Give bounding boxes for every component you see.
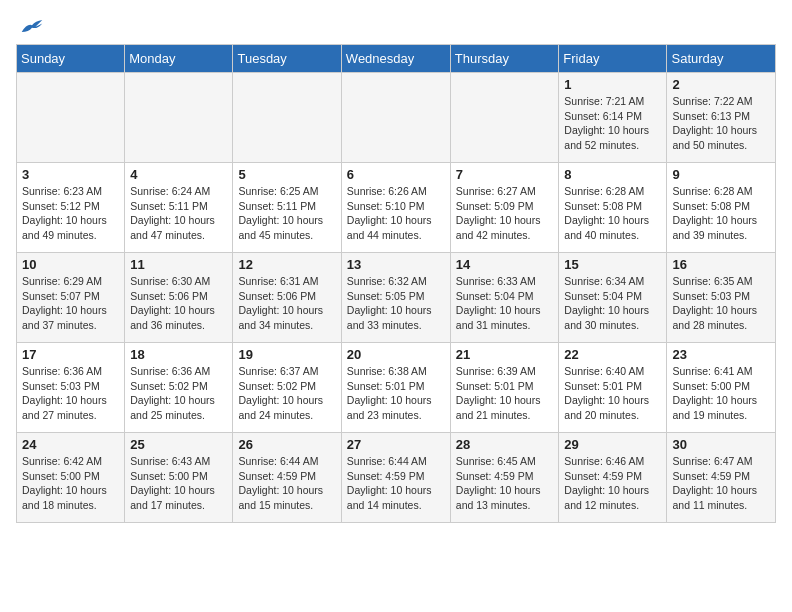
- calendar-cell: 12 Sunrise: 6:31 AMSunset: 5:06 PMDaylig…: [233, 253, 341, 343]
- calendar-cell: [17, 73, 125, 163]
- calendar-cell: 6 Sunrise: 6:26 AMSunset: 5:10 PMDayligh…: [341, 163, 450, 253]
- calendar-cell: 24 Sunrise: 6:42 AMSunset: 5:00 PMDaylig…: [17, 433, 125, 523]
- day-number: 1: [564, 77, 661, 92]
- day-info: Sunrise: 6:26 AMSunset: 5:10 PMDaylight:…: [347, 184, 445, 243]
- day-number: 10: [22, 257, 119, 272]
- calendar-cell: 25 Sunrise: 6:43 AMSunset: 5:00 PMDaylig…: [125, 433, 233, 523]
- day-info: Sunrise: 6:42 AMSunset: 5:00 PMDaylight:…: [22, 454, 119, 513]
- day-number: 9: [672, 167, 770, 182]
- calendar-cell: 3 Sunrise: 6:23 AMSunset: 5:12 PMDayligh…: [17, 163, 125, 253]
- calendar-cell: 9 Sunrise: 6:28 AMSunset: 5:08 PMDayligh…: [667, 163, 776, 253]
- calendar-cell: 4 Sunrise: 6:24 AMSunset: 5:11 PMDayligh…: [125, 163, 233, 253]
- day-info: Sunrise: 6:28 AMSunset: 5:08 PMDaylight:…: [672, 184, 770, 243]
- day-info: Sunrise: 6:28 AMSunset: 5:08 PMDaylight:…: [564, 184, 661, 243]
- day-number: 4: [130, 167, 227, 182]
- calendar-cell: 14 Sunrise: 6:33 AMSunset: 5:04 PMDaylig…: [450, 253, 559, 343]
- calendar-cell: 17 Sunrise: 6:36 AMSunset: 5:03 PMDaylig…: [17, 343, 125, 433]
- calendar-cell: 19 Sunrise: 6:37 AMSunset: 5:02 PMDaylig…: [233, 343, 341, 433]
- day-number: 6: [347, 167, 445, 182]
- day-number: 29: [564, 437, 661, 452]
- day-number: 14: [456, 257, 554, 272]
- calendar-cell: 28 Sunrise: 6:45 AMSunset: 4:59 PMDaylig…: [450, 433, 559, 523]
- calendar-week-row: 17 Sunrise: 6:36 AMSunset: 5:03 PMDaylig…: [17, 343, 776, 433]
- calendar-cell: [233, 73, 341, 163]
- day-info: Sunrise: 6:25 AMSunset: 5:11 PMDaylight:…: [238, 184, 335, 243]
- day-info: Sunrise: 6:38 AMSunset: 5:01 PMDaylight:…: [347, 364, 445, 423]
- day-number: 22: [564, 347, 661, 362]
- calendar-week-row: 3 Sunrise: 6:23 AMSunset: 5:12 PMDayligh…: [17, 163, 776, 253]
- weekday-header-wednesday: Wednesday: [341, 45, 450, 73]
- calendar-cell: [341, 73, 450, 163]
- day-info: Sunrise: 6:41 AMSunset: 5:00 PMDaylight:…: [672, 364, 770, 423]
- day-number: 28: [456, 437, 554, 452]
- day-info: Sunrise: 6:23 AMSunset: 5:12 PMDaylight:…: [22, 184, 119, 243]
- day-info: Sunrise: 6:40 AMSunset: 5:01 PMDaylight:…: [564, 364, 661, 423]
- day-number: 3: [22, 167, 119, 182]
- day-number: 16: [672, 257, 770, 272]
- day-number: 8: [564, 167, 661, 182]
- day-number: 7: [456, 167, 554, 182]
- day-number: 13: [347, 257, 445, 272]
- day-number: 30: [672, 437, 770, 452]
- weekday-header-thursday: Thursday: [450, 45, 559, 73]
- calendar-cell: 1 Sunrise: 7:21 AMSunset: 6:14 PMDayligh…: [559, 73, 667, 163]
- calendar-cell: 22 Sunrise: 6:40 AMSunset: 5:01 PMDaylig…: [559, 343, 667, 433]
- calendar-cell: 30 Sunrise: 6:47 AMSunset: 4:59 PMDaylig…: [667, 433, 776, 523]
- logo: [16, 16, 44, 36]
- day-info: Sunrise: 7:21 AMSunset: 6:14 PMDaylight:…: [564, 94, 661, 153]
- day-info: Sunrise: 6:32 AMSunset: 5:05 PMDaylight:…: [347, 274, 445, 333]
- day-info: Sunrise: 6:29 AMSunset: 5:07 PMDaylight:…: [22, 274, 119, 333]
- day-info: Sunrise: 6:30 AMSunset: 5:06 PMDaylight:…: [130, 274, 227, 333]
- day-info: Sunrise: 6:46 AMSunset: 4:59 PMDaylight:…: [564, 454, 661, 513]
- day-info: Sunrise: 6:33 AMSunset: 5:04 PMDaylight:…: [456, 274, 554, 333]
- calendar-cell: 2 Sunrise: 7:22 AMSunset: 6:13 PMDayligh…: [667, 73, 776, 163]
- day-info: Sunrise: 6:43 AMSunset: 5:00 PMDaylight:…: [130, 454, 227, 513]
- day-number: 11: [130, 257, 227, 272]
- day-info: Sunrise: 6:44 AMSunset: 4:59 PMDaylight:…: [238, 454, 335, 513]
- calendar-cell: 13 Sunrise: 6:32 AMSunset: 5:05 PMDaylig…: [341, 253, 450, 343]
- day-info: Sunrise: 6:37 AMSunset: 5:02 PMDaylight:…: [238, 364, 335, 423]
- calendar-table: SundayMondayTuesdayWednesdayThursdayFrid…: [16, 44, 776, 523]
- day-info: Sunrise: 6:24 AMSunset: 5:11 PMDaylight:…: [130, 184, 227, 243]
- calendar-cell: 10 Sunrise: 6:29 AMSunset: 5:07 PMDaylig…: [17, 253, 125, 343]
- calendar-cell: 20 Sunrise: 6:38 AMSunset: 5:01 PMDaylig…: [341, 343, 450, 433]
- day-number: 15: [564, 257, 661, 272]
- day-number: 19: [238, 347, 335, 362]
- logo-bird-icon: [20, 16, 44, 36]
- calendar-cell: 23 Sunrise: 6:41 AMSunset: 5:00 PMDaylig…: [667, 343, 776, 433]
- day-number: 12: [238, 257, 335, 272]
- day-info: Sunrise: 6:35 AMSunset: 5:03 PMDaylight:…: [672, 274, 770, 333]
- day-number: 20: [347, 347, 445, 362]
- weekday-header-row: SundayMondayTuesdayWednesdayThursdayFrid…: [17, 45, 776, 73]
- calendar-cell: 18 Sunrise: 6:36 AMSunset: 5:02 PMDaylig…: [125, 343, 233, 433]
- calendar-cell: [125, 73, 233, 163]
- calendar-cell: 8 Sunrise: 6:28 AMSunset: 5:08 PMDayligh…: [559, 163, 667, 253]
- calendar-cell: 5 Sunrise: 6:25 AMSunset: 5:11 PMDayligh…: [233, 163, 341, 253]
- day-number: 17: [22, 347, 119, 362]
- calendar-cell: 16 Sunrise: 6:35 AMSunset: 5:03 PMDaylig…: [667, 253, 776, 343]
- weekday-header-friday: Friday: [559, 45, 667, 73]
- day-info: Sunrise: 6:44 AMSunset: 4:59 PMDaylight:…: [347, 454, 445, 513]
- day-info: Sunrise: 6:39 AMSunset: 5:01 PMDaylight:…: [456, 364, 554, 423]
- day-info: Sunrise: 7:22 AMSunset: 6:13 PMDaylight:…: [672, 94, 770, 153]
- calendar-week-row: 1 Sunrise: 7:21 AMSunset: 6:14 PMDayligh…: [17, 73, 776, 163]
- day-number: 18: [130, 347, 227, 362]
- day-number: 2: [672, 77, 770, 92]
- day-number: 25: [130, 437, 227, 452]
- weekday-header-tuesday: Tuesday: [233, 45, 341, 73]
- day-number: 24: [22, 437, 119, 452]
- calendar-cell: 26 Sunrise: 6:44 AMSunset: 4:59 PMDaylig…: [233, 433, 341, 523]
- calendar-week-row: 10 Sunrise: 6:29 AMSunset: 5:07 PMDaylig…: [17, 253, 776, 343]
- day-number: 26: [238, 437, 335, 452]
- weekday-header-saturday: Saturday: [667, 45, 776, 73]
- calendar-cell: 15 Sunrise: 6:34 AMSunset: 5:04 PMDaylig…: [559, 253, 667, 343]
- calendar-week-row: 24 Sunrise: 6:42 AMSunset: 5:00 PMDaylig…: [17, 433, 776, 523]
- calendar-cell: 7 Sunrise: 6:27 AMSunset: 5:09 PMDayligh…: [450, 163, 559, 253]
- calendar-cell: 29 Sunrise: 6:46 AMSunset: 4:59 PMDaylig…: [559, 433, 667, 523]
- day-info: Sunrise: 6:34 AMSunset: 5:04 PMDaylight:…: [564, 274, 661, 333]
- calendar-cell: [450, 73, 559, 163]
- day-number: 21: [456, 347, 554, 362]
- weekday-header-monday: Monday: [125, 45, 233, 73]
- day-number: 27: [347, 437, 445, 452]
- day-number: 5: [238, 167, 335, 182]
